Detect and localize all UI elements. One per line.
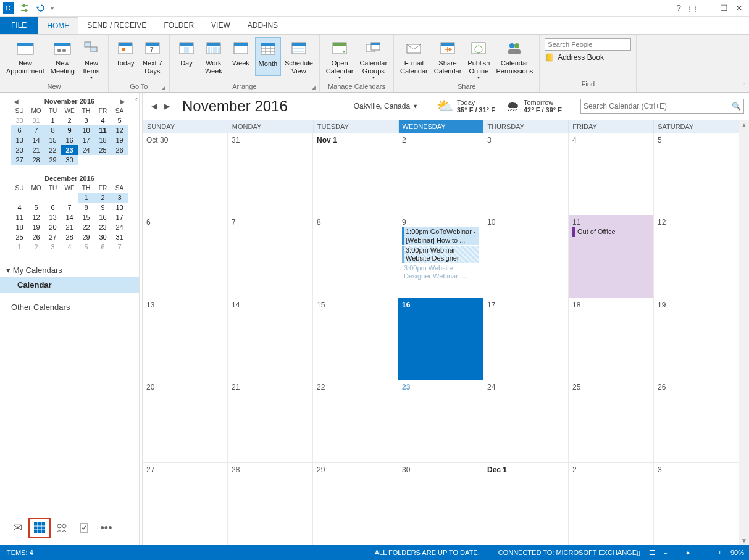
new-appointment-button[interactable]: New Appointment bbox=[4, 37, 47, 81]
mini-date[interactable]: 4 bbox=[11, 203, 28, 212]
calendar-cell[interactable]: 10 bbox=[483, 215, 569, 298]
scroll-up-icon[interactable]: ▲ bbox=[739, 120, 749, 130]
mini-date[interactable]: 29 bbox=[78, 232, 94, 242]
mini-date[interactable]: 2 bbox=[28, 242, 44, 252]
mini-date[interactable]: 28 bbox=[61, 232, 78, 242]
calendar-event[interactable]: Out of Office bbox=[572, 227, 650, 236]
calendar-cell[interactable]: 18 bbox=[569, 298, 654, 380]
mini-date[interactable]: 28 bbox=[28, 155, 44, 165]
tab-file[interactable]: FILE bbox=[0, 17, 38, 34]
mini-date[interactable]: 25 bbox=[94, 145, 111, 155]
calendar-cell[interactable]: 23 bbox=[398, 380, 483, 462]
mini-date[interactable]: 17 bbox=[111, 212, 128, 222]
next7days-button[interactable]: 7Next 7 Days bbox=[140, 37, 165, 76]
vertical-scrollbar[interactable]: ▲ ▼ bbox=[739, 120, 749, 545]
share-calendar-button[interactable]: Share Calendar bbox=[432, 37, 464, 81]
calendar-cell[interactable]: 22 bbox=[313, 380, 398, 462]
mini-date[interactable]: 1 bbox=[11, 242, 28, 252]
calendar-cell[interactable]: 26 bbox=[654, 380, 739, 462]
qat-customize-icon[interactable]: ▾ bbox=[51, 5, 54, 12]
mini-date[interactable]: 5 bbox=[78, 242, 94, 252]
calendar-cell[interactable]: 2 bbox=[398, 133, 483, 215]
mini-date[interactable]: 6 bbox=[11, 125, 28, 135]
mini-date[interactable]: 3 bbox=[78, 115, 94, 125]
calendar-event[interactable]: 3:00pm Webinar Website Designer bbox=[402, 246, 479, 263]
prev-period-icon[interactable]: ◀ bbox=[148, 102, 161, 111]
calendar-cell[interactable]: Dec 1 bbox=[483, 463, 569, 545]
mini-date[interactable]: 26 bbox=[28, 232, 44, 242]
search-icon[interactable]: 🔍 bbox=[732, 102, 741, 111]
mini-date[interactable] bbox=[94, 155, 111, 165]
mini-date[interactable]: 9 bbox=[61, 125, 78, 135]
calendar-cell[interactable]: 21 bbox=[228, 380, 313, 462]
mini-date[interactable]: 8 bbox=[78, 203, 94, 212]
ribbon-display-icon[interactable]: ⬚ bbox=[688, 3, 697, 13]
calendar-cell[interactable]: 17 bbox=[483, 298, 569, 380]
mini-date[interactable]: 5 bbox=[28, 203, 44, 212]
next-period-icon[interactable]: ▶ bbox=[161, 102, 174, 111]
mini-date[interactable]: 30 bbox=[11, 115, 28, 125]
mini-date[interactable]: 31 bbox=[111, 232, 128, 242]
mini-calendar-2[interactable]: December 2016 SUMOTUWETHFRSA123456789101… bbox=[11, 173, 128, 252]
calendar-cell[interactable]: 20 bbox=[143, 380, 228, 462]
mini-date[interactable]: 22 bbox=[78, 222, 94, 232]
mini-date[interactable]: 11 bbox=[94, 125, 111, 135]
week-button[interactable]: Week bbox=[228, 37, 254, 76]
tab-view[interactable]: VIEW bbox=[203, 17, 239, 34]
people-nav-icon[interactable] bbox=[51, 518, 73, 538]
mini-date[interactable]: 8 bbox=[44, 125, 61, 135]
zoom-slider[interactable]: ──●──── bbox=[676, 549, 709, 556]
mini-date[interactable]: 12 bbox=[111, 125, 128, 135]
close-icon[interactable]: ✕ bbox=[735, 3, 743, 13]
tab-home[interactable]: HOME bbox=[38, 17, 78, 35]
mini-date[interactable]: 18 bbox=[11, 222, 28, 232]
other-calendars-header[interactable]: Other Calendars bbox=[0, 300, 139, 314]
mini-date[interactable]: 21 bbox=[61, 222, 78, 232]
mini-date[interactable] bbox=[44, 193, 61, 203]
mini-date[interactable]: 31 bbox=[28, 115, 44, 125]
address-book-button[interactable]: 📒Address Book bbox=[545, 53, 631, 62]
mini-date[interactable]: 19 bbox=[111, 135, 128, 145]
publish-online-button[interactable]: Publish Online▾ bbox=[465, 37, 492, 81]
help-icon[interactable]: ? bbox=[676, 3, 681, 13]
tab-send-receive[interactable]: SEND / RECEIVE bbox=[78, 17, 155, 34]
mini-date[interactable]: 3 bbox=[111, 193, 128, 203]
view-reading-icon[interactable]: ☰ bbox=[649, 549, 655, 557]
next-month-icon[interactable]: ▶ bbox=[118, 98, 128, 105]
calendar-cell[interactable]: 8 bbox=[313, 215, 398, 298]
calendar-cell[interactable]: 12 bbox=[654, 215, 739, 298]
mini-date[interactable]: 6 bbox=[44, 203, 61, 212]
mail-nav-icon[interactable]: ✉ bbox=[6, 518, 28, 538]
calendar-cell[interactable]: 28 bbox=[228, 463, 313, 545]
minimize-icon[interactable]: — bbox=[704, 3, 713, 13]
month-button[interactable]: Month bbox=[255, 37, 281, 76]
mini-date[interactable]: 24 bbox=[78, 145, 94, 155]
email-calendar-button[interactable]: E-mail Calendar bbox=[398, 37, 430, 81]
mini-date[interactable]: 7 bbox=[61, 203, 78, 212]
calendar-cell[interactable]: 15 bbox=[313, 298, 398, 380]
calendar-cell[interactable]: 27 bbox=[143, 463, 228, 545]
mini-date[interactable]: 27 bbox=[44, 232, 61, 242]
calendar-cell[interactable]: 19 bbox=[654, 298, 739, 380]
mini-date[interactable]: 1 bbox=[44, 115, 61, 125]
calendar-cell[interactable]: 24 bbox=[483, 380, 569, 462]
calendar-cell[interactable]: 7 bbox=[228, 215, 313, 298]
mini-date[interactable]: 24 bbox=[111, 222, 128, 232]
view-normal-icon[interactable]: ▯ bbox=[637, 549, 640, 557]
mini-date[interactable]: 27 bbox=[11, 155, 28, 165]
mini-date[interactable] bbox=[111, 155, 128, 165]
today-button[interactable]: Today bbox=[112, 37, 138, 76]
calendar-cell[interactable]: 25 bbox=[569, 380, 654, 462]
calendar-cell[interactable]: 4 bbox=[569, 133, 654, 215]
my-calendars-header[interactable]: ▾ My Calendars bbox=[0, 263, 139, 277]
mini-date[interactable]: 23 bbox=[94, 222, 111, 232]
mini-date[interactable]: 3 bbox=[44, 242, 61, 252]
open-calendar-button[interactable]: Open Calendar▾ bbox=[324, 37, 356, 81]
calendar-event[interactable]: 3:00pm Website Designer Webinar; ... bbox=[402, 264, 479, 281]
calendar-event[interactable]: 1:00pm GoToWebinar - [Webinar] How to ..… bbox=[402, 227, 479, 244]
calendar-cell[interactable]: Oct 30 bbox=[143, 133, 228, 215]
zoom-value[interactable]: 90% bbox=[730, 549, 744, 556]
mini-date[interactable] bbox=[28, 193, 44, 203]
tab-folder[interactable]: FOLDER bbox=[155, 17, 203, 34]
mini-date[interactable]: 29 bbox=[44, 155, 61, 165]
